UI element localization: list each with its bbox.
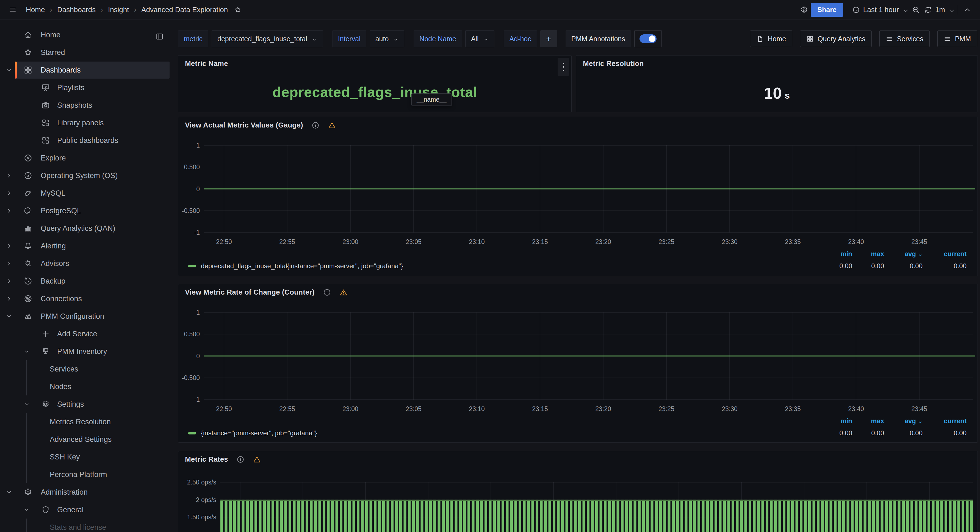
legend-header-current[interactable]: current (928, 250, 967, 258)
variable-value-node-name[interactable]: All (465, 30, 495, 47)
sidebar-item-administration[interactable]: Administration (0, 483, 173, 501)
counter-chart[interactable]: 22:5022:5523:0023:0523:1023:1523:2023:25… (178, 284, 977, 416)
breadcrumb-dashboards[interactable]: Dashboards (57, 5, 95, 14)
sidebar-item-add-service[interactable]: Add Service (0, 325, 173, 343)
panel-metric-rates: Metric Rates 2.50 ops/s2 ops/s1.50 ops/s… (178, 451, 978, 532)
zoom-out-icon[interactable] (910, 5, 921, 15)
breadcrumb-insight[interactable]: Insight (108, 5, 129, 14)
chevron-right-icon[interactable] (5, 190, 13, 197)
legend-header-avg[interactable]: avg (889, 417, 923, 425)
tree-indent-line (26, 519, 27, 532)
sidebar-item-metrics-resolution[interactable]: Metrics Resolution (0, 413, 173, 430)
bar-series[interactable] (220, 500, 973, 532)
bar (472, 500, 475, 532)
sidebar-item-advisors[interactable]: Advisors (0, 255, 173, 272)
breadcrumb-current-page[interactable]: Advanced Data Exploration (141, 5, 228, 14)
grid-icon (806, 35, 814, 43)
variable-value-interval[interactable]: auto (370, 30, 404, 47)
x-tick-label: 23:45 (911, 238, 927, 245)
pmm-annotations-toggle[interactable] (634, 30, 662, 47)
sidebar-item-snapshots[interactable]: Snapshots (0, 97, 173, 114)
chevron-down-icon[interactable] (23, 348, 30, 355)
chevron-right-icon[interactable] (5, 260, 13, 267)
sidebar-item-alerting[interactable]: Alerting (0, 237, 173, 255)
legend-header-max[interactable]: max (858, 417, 884, 425)
sidebar-item-percona-platform[interactable]: Percona Platform (0, 466, 173, 483)
x-tick-label: 23:00 (342, 405, 358, 413)
series-color-swatch[interactable] (188, 265, 196, 267)
sidebar-item-pmm-inventory[interactable]: PMM Inventory (0, 343, 173, 360)
legend-header-max[interactable]: max (858, 250, 884, 258)
chevron-right-icon[interactable] (5, 295, 13, 302)
sidebar-item-nodes[interactable]: Nodes (0, 378, 173, 395)
services-link-button[interactable]: Services (880, 30, 930, 47)
legend-header-avg[interactable]: avg (889, 250, 923, 258)
sidebar-item-stats-and-license[interactable]: Stats and license (0, 519, 173, 532)
sidebar-item-pmm-configuration[interactable]: PMM Configuration (0, 308, 173, 325)
x-tick-label: 23:10 (469, 238, 485, 245)
time-range-picker[interactable]: Last 1 hour (852, 5, 908, 14)
sidebar-item-mysql[interactable]: MySQL (0, 184, 173, 202)
sidebar-item-query-analytics-qan[interactable]: Query Analytics (QAN) (0, 219, 173, 237)
refresh-picker[interactable]: 1m (924, 5, 954, 14)
metric-rates-chart[interactable]: 2.50 ops/s2 ops/s1.50 ops/s1 ops/s (178, 451, 977, 532)
bar (625, 500, 628, 532)
series-color-swatch[interactable] (188, 432, 196, 434)
sidebar-item-label: Advisors (41, 259, 69, 268)
panel-collapse-icon[interactable] (154, 31, 165, 42)
plus-icon (41, 329, 50, 338)
bar (591, 500, 594, 532)
sidebar-item-connections[interactable]: Connections (0, 290, 173, 308)
kebab-icon[interactable] (558, 58, 569, 76)
sidebar-item-label: Alerting (41, 242, 66, 250)
caret-up-icon[interactable] (962, 5, 973, 15)
gear-icon (41, 400, 50, 409)
sidebar-item-general[interactable]: General (0, 501, 173, 519)
sidebar-item-home[interactable]: Home (0, 26, 173, 44)
add-adhoc-filter-button[interactable]: + (540, 30, 557, 47)
sidebar-item-playlists[interactable]: Playlists (0, 79, 173, 97)
share-button[interactable]: Share (811, 3, 843, 17)
sidebar-item-dashboards[interactable]: Dashboards (0, 61, 173, 79)
legend-header-current[interactable]: current (928, 417, 967, 425)
bar (612, 500, 615, 532)
variable-value-metric[interactable]: deprecated_flags_inuse_total (212, 30, 323, 47)
sidebar-item-ssh-key[interactable]: SSH Key (0, 448, 173, 466)
chevron-right-icon[interactable] (5, 207, 13, 214)
query-analytics-link-button[interactable]: Query Analytics (800, 30, 872, 47)
sidebar-item-public-dashboards[interactable]: Public dashboards (0, 132, 173, 149)
gauge-chart[interactable]: 22:5022:5523:0023:0523:1023:1523:2023:25… (178, 117, 977, 248)
star-icon[interactable] (232, 5, 243, 15)
series-name[interactable]: {instance="pmm-server", job="grafana"} (201, 429, 317, 437)
chevron-down-icon[interactable] (23, 401, 30, 408)
sidebar-item-library-panels[interactable]: Library panels (0, 114, 173, 132)
sidebar-item-operating-system-os[interactable]: Operating System (OS) (0, 167, 173, 184)
series-name[interactable]: deprecated_flags_inuse_total{instance="p… (201, 262, 403, 270)
sidebar-item-backup[interactable]: Backup (0, 272, 173, 290)
gear-icon[interactable] (799, 5, 810, 15)
bar (740, 500, 743, 532)
bar (629, 500, 632, 532)
bar (906, 500, 909, 532)
sidebar-item-starred[interactable]: Starred (0, 44, 173, 61)
chevron-down-icon[interactable] (5, 489, 13, 496)
pmm-link-button[interactable]: PMM (937, 30, 977, 47)
home-link-button[interactable]: Home (750, 30, 792, 47)
chevron-down-icon[interactable] (5, 67, 13, 74)
sidebar-item-advanced-settings[interactable]: Advanced Settings (0, 430, 173, 448)
menu-icon[interactable] (7, 5, 18, 15)
chevron-right-icon[interactable] (5, 278, 13, 285)
chevron-down-icon[interactable] (23, 506, 30, 513)
sidebar-item-services[interactable]: Services (0, 360, 173, 378)
breadcrumb-home[interactable]: Home (26, 5, 45, 14)
legend-header-min[interactable]: min (826, 250, 852, 258)
sidebar-item-explore[interactable]: Explore (0, 149, 173, 167)
chevron-right-icon[interactable] (5, 242, 13, 249)
chevron-down-icon[interactable] (5, 313, 13, 320)
x-tick-label: 22:55 (279, 238, 295, 245)
bar (855, 500, 858, 532)
sidebar-item-settings[interactable]: Settings (0, 395, 173, 413)
legend-header-min[interactable]: min (826, 417, 852, 425)
chevron-right-icon[interactable] (5, 172, 13, 179)
sidebar-item-postgresql[interactable]: PostgreSQL (0, 202, 173, 219)
